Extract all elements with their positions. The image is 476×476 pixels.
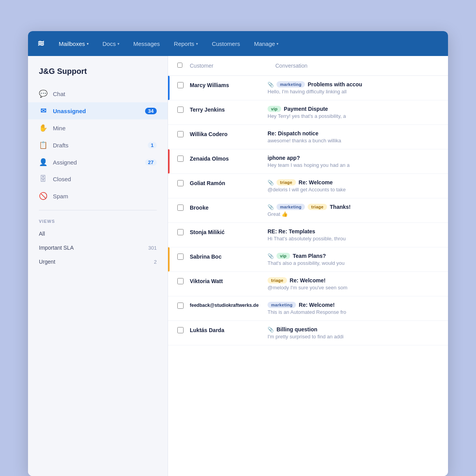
table-row[interactable]: Stonja Milikić RE: Re: Templates Hi That…	[168, 223, 448, 247]
conv-subject: RE: Re: Templates	[268, 228, 315, 234]
views-sla-label: Important SLA	[39, 245, 74, 251]
row-checkbox[interactable]	[177, 82, 184, 88]
row-checkbox[interactable]	[177, 156, 184, 162]
row-checkbox-area	[177, 278, 190, 286]
nav-docs-chevron: ▾	[117, 42, 119, 46]
assigned-icon: 👤	[39, 158, 47, 166]
row-checkbox[interactable]	[177, 327, 184, 333]
nav-customers[interactable]: Customers	[205, 31, 247, 56]
unassigned-icon: ✉	[39, 107, 47, 115]
row-checkbox[interactable]	[177, 254, 184, 260]
row-checkbox-area	[177, 131, 190, 139]
conv-subject-line: 📎 vip Team Plans?	[268, 253, 439, 259]
row-checkbox[interactable]	[177, 205, 184, 211]
conv-subject-line: 📎 Billing question	[268, 326, 439, 332]
sidebar-assigned-label: Assigned	[53, 159, 77, 166]
table-row[interactable]: Brooke 📎 marketing triage Thanks! Great …	[168, 198, 448, 223]
attachment-icon: 📎	[268, 82, 274, 88]
nav-messages[interactable]: Messages	[126, 31, 167, 56]
table-row[interactable]: Terry Jenkins vip Payment Dispute Hey Te…	[168, 100, 448, 125]
customer-name-text: Willika Codero	[190, 131, 228, 137]
row-checkbox-area	[177, 156, 190, 163]
sidebar-chat-label: Chat	[53, 91, 65, 97]
conv-customer-name: Sabrina Boc	[190, 253, 268, 260]
conv-subject-line: vip Payment Dispute	[268, 106, 439, 112]
nav-manage[interactable]: Manage ▾	[247, 31, 285, 56]
views-item-all[interactable]: All	[28, 227, 168, 241]
table-row[interactable]: Sabrina Boc 📎 vip Team Plans? That's als…	[168, 247, 448, 272]
views-item-sla[interactable]: Important SLA 301	[28, 241, 168, 255]
row-checkbox-area	[177, 327, 190, 335]
table-row[interactable]: Marcy Williams 📎 marketing Problems with…	[168, 76, 448, 100]
conv-content: Re: Dispatch notice awesome! thanks a bu…	[268, 130, 439, 144]
conv-preview: This is an Automated Response fro	[268, 309, 439, 315]
header-conversation-label: Conversation	[275, 63, 308, 69]
app-window: ≋ Mailboxes ▾ Docs ▾ Messages Reports ▾ …	[28, 31, 448, 476]
conv-customer-name: Zenaida Olmos	[190, 155, 268, 162]
table-row[interactable]: Willika Codero Re: Dispatch notice aweso…	[168, 125, 448, 149]
row-checkbox[interactable]	[177, 131, 184, 137]
row-checkbox[interactable]	[177, 180, 184, 186]
table-row[interactable]: Goliat Ramón 📎 triage Re: Welcome @delor…	[168, 174, 448, 198]
table-row[interactable]: feedback@studiokraftwerks.de marketing R…	[168, 296, 448, 321]
conv-content: vip Payment Dispute Hey Terry! yes that'…	[268, 106, 439, 119]
nav-messages-label: Messages	[133, 40, 160, 47]
conv-content: triage Re: Welcome! @melody I'm sure you…	[268, 277, 439, 290]
row-checkbox[interactable]	[177, 303, 184, 309]
row-checkbox[interactable]	[177, 278, 184, 284]
conv-subject-line: 📎 marketing triage Thanks!	[268, 204, 439, 210]
nav-manage-label: Manage	[254, 40, 275, 47]
sidebar-item-closed[interactable]: 🗄 Closed	[28, 171, 168, 187]
nav-bar: ≋ Mailboxes ▾ Docs ▾ Messages Reports ▾ …	[28, 31, 448, 56]
conv-customer-name: Marcy Williams	[190, 81, 268, 88]
conv-subject-line: marketing Re: Welcome!	[268, 302, 439, 308]
table-row[interactable]: Luktás Darda 📎 Billing question I'm pret…	[168, 321, 448, 345]
nav-mailboxes[interactable]: Mailboxes ▾	[52, 31, 96, 56]
sidebar-divider	[39, 210, 157, 210]
sidebar-unassigned-label: Unassigned	[53, 108, 86, 114]
views-label: VIEWS	[28, 219, 168, 227]
conv-customer-name: feedback@studiokraftwerks.de	[190, 302, 268, 309]
conv-subject: Team Plans?	[293, 253, 326, 259]
sidebar-item-drafts[interactable]: 📋 Drafts 1	[28, 136, 168, 154]
conv-content: 📎 marketing triage Thanks! Great 👍	[268, 204, 439, 217]
conv-subject: Re: Welcome	[299, 179, 333, 186]
conv-subject: Payment Dispute	[284, 106, 328, 112]
sidebar-item-mine[interactable]: ✋ Mine	[28, 119, 168, 136]
sidebar-item-unassigned[interactable]: ✉ Unassigned 34	[28, 102, 168, 119]
tag-triage: triage	[268, 277, 287, 284]
conv-subject: Re: Welcome!	[299, 302, 334, 308]
conv-preview: Great 👍	[268, 211, 439, 217]
sidebar-item-assigned[interactable]: 👤 Assigned 27	[28, 154, 168, 171]
table-row[interactable]: Zenaida Olmos iphone app? Hey team I was…	[168, 149, 448, 174]
nav-reports-label: Reports	[174, 40, 194, 47]
tag-vip: vip	[268, 106, 281, 112]
sidebar-item-spam[interactable]: 🚫 Spam	[28, 187, 168, 205]
select-all-checkbox[interactable]	[177, 63, 182, 68]
row-checkbox-area	[177, 229, 190, 237]
nav-mailboxes-chevron: ▾	[87, 42, 89, 46]
conv-preview: That's also a possibility, would you	[268, 260, 439, 266]
conversation-list: Customer Conversation Marcy Williams 📎 m…	[168, 56, 448, 476]
customer-name-text: Marcy Williams	[190, 82, 229, 88]
conv-subject-line: RE: Re: Templates	[268, 228, 439, 234]
row-checkbox[interactable]	[177, 229, 184, 235]
conv-preview: Hi That's absolutely possible, throu	[268, 236, 439, 242]
table-row[interactable]: Viktoria Watt triage Re: Welcome! @melod…	[168, 272, 448, 296]
row-checkbox-area	[177, 82, 190, 90]
views-item-urgent[interactable]: Urgent 2	[28, 255, 168, 269]
customer-name-text: Zenaida Olmos	[190, 156, 229, 162]
row-checkbox[interactable]	[177, 107, 184, 113]
conv-subject: Re: Welcome!	[290, 277, 326, 284]
customer-name-text: Viktoria Watt	[190, 278, 223, 284]
sidebar-closed-label: Closed	[53, 176, 71, 182]
row-checkbox-area	[177, 303, 190, 310]
nav-docs[interactable]: Docs ▾	[96, 31, 126, 56]
views-all-label: All	[39, 231, 45, 237]
sidebar-item-chat[interactable]: 💬 Chat	[28, 85, 168, 102]
nav-reports[interactable]: Reports ▾	[167, 31, 205, 56]
conv-customer-name: Stonja Milikić	[190, 228, 268, 235]
mine-icon: ✋	[39, 124, 47, 132]
conv-content: 📎 Billing question I'm pretty surprised …	[268, 326, 439, 340]
conv-preview: Hey Terry! yes that's a possibility, a	[268, 113, 439, 119]
